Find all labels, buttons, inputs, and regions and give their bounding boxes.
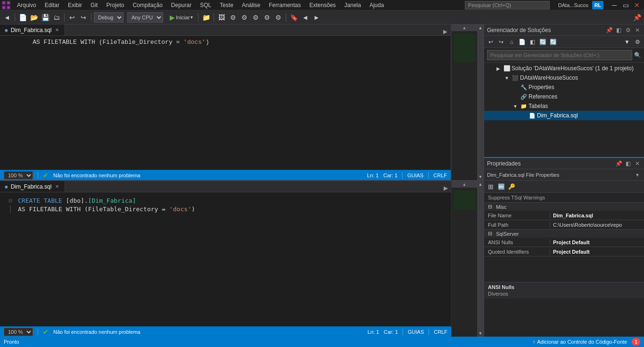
close-button[interactable]: ✕ (632, 0, 642, 10)
top-zoom-dropdown[interactable]: 100 % (4, 171, 33, 180)
sol-settings[interactable]: ⚙ (633, 37, 642, 47)
sol-filter[interactable]: ▼ (622, 37, 632, 47)
pin-toolbar-button[interactable]: 📌 (632, 12, 642, 23)
properties-pin-button[interactable]: 📌 (615, 160, 622, 167)
tree-project-node[interactable]: ▼ ⬛ DAtaWareHouseSucos (484, 73, 644, 83)
bottom-code-content[interactable]: ⊟ CREATE TABLE [dbo].[Dim_Fabrica] │ AS … (0, 192, 451, 326)
debug-config-dropdown[interactable]: Debug (94, 12, 124, 23)
sol-tool5[interactable]: 🔄 (538, 37, 547, 47)
solution-move-button[interactable]: ◧ (615, 26, 622, 34)
minimize-button[interactable]: ─ (609, 0, 619, 10)
menu-sql[interactable]: SQL (196, 1, 215, 9)
sol-home[interactable]: ⌂ (507, 37, 516, 47)
top-code-content[interactable]: AS FILETABLE WITH (FileTable_Directory =… (0, 36, 451, 170)
menu-janela[interactable]: Janela (340, 1, 364, 9)
bottom-scroll-down-arrow[interactable]: ▼ (477, 330, 484, 337)
solution-expand-icon[interactable]: ▶ (495, 65, 502, 72)
prop-pages-button[interactable]: 🔑 (507, 182, 516, 191)
misc-section-label: Misc (496, 204, 507, 210)
restore-button[interactable]: ▭ (620, 0, 631, 10)
solution-search-button[interactable]: 🔍 (634, 52, 641, 58)
menu-git[interactable]: Git (87, 1, 101, 9)
tool5-button[interactable]: ⚙ (273, 12, 283, 23)
top-minimap-scroll-up[interactable]: ▲ (452, 25, 477, 31)
menu-arquivo[interactable]: Arquivo (13, 1, 40, 9)
tree-references-node[interactable]: 🔗 References (484, 92, 644, 101)
tree-dim-fabrica-node[interactable]: 📄 Dim_Fabrica.sql (484, 111, 644, 120)
misc-section-header[interactable]: ⊟ Misc (484, 203, 644, 211)
properties-close-button[interactable]: ✕ (634, 160, 641, 167)
tab-scroll-right[interactable]: ▶ (441, 28, 449, 35)
screenshot-button[interactable]: 🖼 (216, 12, 227, 23)
prop-alphabetical-button[interactable]: 🔤 (496, 182, 506, 191)
project-expand-icon[interactable]: ▼ (503, 74, 511, 82)
sqlserver-section-header[interactable]: ⊟ SqlServer (484, 230, 644, 238)
sol-tool2[interactable]: ↪ (496, 37, 506, 47)
solution-pin-button[interactable]: 📌 (605, 26, 613, 34)
prop-categorized-button[interactable]: ⊞ (486, 182, 495, 191)
tree-properties-node[interactable]: 🔧 Properties (484, 83, 644, 92)
undo-button[interactable]: ↩ (67, 12, 77, 23)
nav2-button[interactable]: ► (311, 12, 322, 23)
top-scroll-track[interactable] (477, 31, 484, 174)
solution-search-input[interactable] (487, 50, 632, 60)
tree-tabelas-node[interactable]: ▼ 📁 Tabelas (484, 101, 644, 111)
menu-depurar[interactable]: Depurar (167, 1, 195, 9)
menu-ferramentas[interactable]: Ferramentas (265, 1, 305, 9)
open-button[interactable]: 📂 (29, 12, 39, 23)
references-expand-icon[interactable] (512, 93, 519, 100)
source-control-area[interactable]: ↑ Adicionar ao Controle do Código-Fonte (533, 339, 627, 345)
menu-projeto[interactable]: Projeto (102, 1, 128, 9)
bottom-zoom-dropdown[interactable]: 100 % (4, 328, 33, 336)
menu-analise[interactable]: Análise (238, 1, 264, 9)
bottom-editor-scrollbar[interactable]: ▲ ▼ (477, 181, 484, 337)
properties-dropdown-button[interactable]: ▾ (634, 171, 641, 179)
save-all-button[interactable]: 🗂 (51, 12, 62, 23)
tool3-button[interactable]: ⚙ (250, 12, 261, 23)
back-button[interactable]: ◄ (2, 12, 12, 23)
sol-tool3[interactable]: 📄 (517, 37, 527, 47)
top-status-message: Não foi encontrado nenhum problema (53, 173, 140, 178)
tab-close-top[interactable]: ✕ (54, 27, 60, 33)
menu-teste[interactable]: Teste (216, 1, 237, 9)
tool4-button[interactable]: ⚙ (262, 12, 272, 23)
properties-move-button[interactable]: ◧ (624, 160, 632, 167)
bottom-scroll-track[interactable] (477, 188, 484, 330)
tabelas-icon: 📁 (520, 102, 528, 110)
folder-button[interactable]: 📁 (201, 12, 211, 23)
sol-tool4[interactable]: ◧ (528, 37, 537, 47)
menu-ajuda[interactable]: Ajuda (366, 1, 388, 9)
tab-close-bottom[interactable]: ✕ (54, 184, 60, 189)
bottom-editor-pane: ■ Dim_Fabrica.sql ✕ ▶ ⊟ CREATE TABLE [db… (0, 181, 484, 337)
menu-compilacao[interactable]: Compilação (129, 1, 166, 9)
bottom-minimap-scroll-up[interactable]: ▲ (452, 181, 477, 188)
redo-button[interactable]: ↪ (78, 12, 89, 23)
nav1-button[interactable]: ◄ (300, 12, 310, 23)
tab-dim-fabrica-bottom[interactable]: ■ Dim_Fabrica.sql ✕ (0, 181, 65, 192)
tool2-button[interactable]: ⚙ (239, 12, 249, 23)
tab-dim-fabrica-top[interactable]: ■ Dim_Fabrica.sql ✕ (0, 25, 65, 35)
menu-exibir[interactable]: Exibir (64, 1, 86, 9)
top-scroll-up-arrow[interactable]: ▲ (477, 25, 484, 31)
properties-title: Propriedades (487, 160, 613, 167)
new-file-button[interactable]: 📄 (17, 12, 28, 23)
sol-tool6[interactable]: 🔄 (548, 37, 558, 47)
top-editor-scrollbar[interactable]: ▲ ▼ (477, 25, 484, 180)
bookmark-button[interactable]: 🔖 (289, 12, 299, 23)
bottom-scroll-up-arrow[interactable]: ▲ (477, 181, 484, 188)
tabelas-expand-icon[interactable]: ▼ (512, 102, 519, 110)
sol-tool1[interactable]: ↩ (486, 37, 495, 47)
start-button[interactable]: ▶ Iniciar ▾ (167, 13, 196, 22)
menu-extensoes[interactable]: Extensões (305, 1, 339, 9)
tree-solution-node[interactable]: ▶ ⬜ Solução 'DAtaWareHouseSucos' (1 de 1… (484, 64, 644, 73)
top-scroll-down-arrow[interactable]: ▼ (477, 174, 484, 180)
notification-badge[interactable]: 1 (632, 338, 640, 346)
bottom-tab-scroll-right[interactable]: ▶ (442, 184, 449, 192)
tool1-button[interactable]: ⚙ (228, 12, 238, 23)
save-button[interactable]: 💾 (40, 12, 50, 23)
properties-expand-icon[interactable] (512, 83, 519, 91)
menu-editar[interactable]: Editar (41, 1, 63, 9)
solution-close-button[interactable]: ✕ (634, 26, 641, 34)
solution-settings-button[interactable]: ⚙ (624, 26, 632, 34)
cpu-config-dropdown[interactable]: Any CPU (127, 12, 163, 23)
